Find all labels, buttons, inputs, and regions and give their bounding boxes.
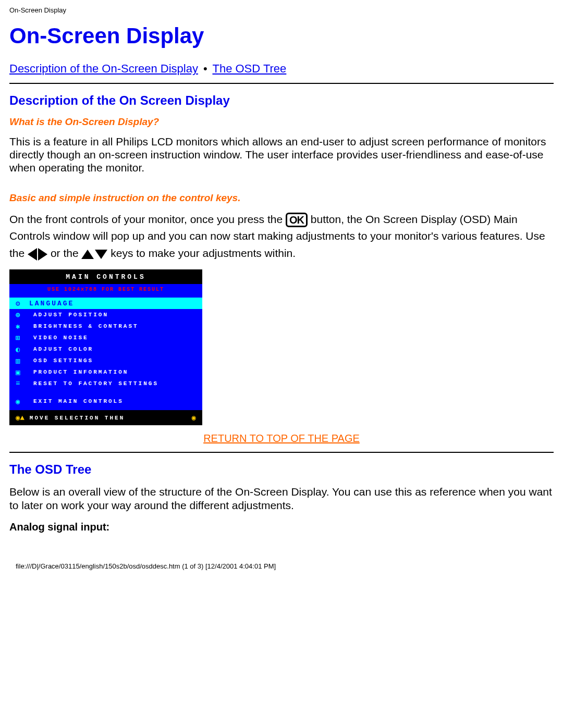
osd-panel: MAIN CONTROLS USE 1024x768 FOR BEST RESU…	[9, 269, 202, 425]
footer-move-icons: ◉▲	[16, 413, 25, 422]
osd-title: MAIN CONTROLS	[9, 269, 202, 284]
divider	[9, 452, 554, 453]
return-to-top: RETURN TO TOP OF THE PAGE	[9, 433, 554, 445]
arrow-up-icon	[81, 245, 94, 263]
footer-file-path: file:///D|/Grace/03115/english/150s2b/os…	[0, 557, 563, 581]
osd-footer-text: MOVE SELECTION THEN	[25, 415, 192, 421]
para-what-is-osd: This is a feature in all Philips LCD mon…	[9, 135, 554, 175]
osd-item-label: RESET TO FACTORY SETTINGS	[26, 380, 158, 387]
osd-item-reset: ≡ RESET TO FACTORY SETTINGS	[9, 378, 202, 389]
osd-subtitle: USE 1024x768 FOR BEST RESULT	[9, 284, 202, 294]
link-osd-tree[interactable]: The OSD Tree	[212, 62, 286, 75]
osd-item-label: PRODUCT INFORMATION	[26, 369, 128, 375]
nav-links: Description of the On-Screen Display • T…	[9, 62, 554, 76]
exit-icon: ◉	[16, 397, 26, 406]
osd-item-osd-settings: ▥ OSD SETTINGS	[9, 355, 202, 366]
position-icon: ⊕	[16, 311, 26, 319]
footer-ok-icon: ◉	[192, 413, 196, 422]
reset-icon: ≡	[16, 379, 26, 388]
osd-item-product-info: ▣ PRODUCT INFORMATION	[9, 366, 202, 378]
subheading-what-is-osd: What is the On-Screen Display?	[9, 116, 554, 128]
brightness-icon: ✱	[16, 322, 26, 331]
text-fragment: On the front controls of your monitor, o…	[9, 213, 286, 225]
nav-separator: •	[201, 62, 210, 76]
main-content: On-Screen Display Description of the On-…	[0, 23, 563, 557]
info-icon: ▣	[16, 368, 26, 377]
osd-item-adjust-position: ⊕ ADJUST POSITION	[9, 309, 202, 320]
text-fragment: or the	[51, 247, 82, 259]
osd-item-label: ADJUST COLOR	[26, 346, 93, 352]
subheading-basic-instruction: Basic and simple instruction on the cont…	[9, 192, 554, 204]
color-icon: ◐	[16, 345, 26, 354]
osd-item-language: ⚙ LANGUAGE	[9, 298, 202, 309]
language-icon: ⚙	[16, 299, 26, 308]
osd-item-exit: ◉ EXIT MAIN CONTROLS	[9, 396, 202, 407]
divider	[9, 83, 554, 84]
osd-item-label: BRIGHTNESS & CONTRAST	[26, 323, 139, 329]
subheading-analog-input: Analog signal input:	[9, 521, 554, 533]
text-fragment: keys to make your adjustments within.	[111, 247, 296, 259]
osd-item-brightness: ✱ BRIGHTNESS & CONTRAST	[9, 320, 202, 332]
link-description[interactable]: Description of the On-Screen Display	[9, 62, 198, 75]
para-controls: On the front controls of your monitor, o…	[9, 211, 554, 263]
osd-item-adjust-color: ◐ ADJUST COLOR	[9, 343, 202, 355]
noise-icon: ⊞	[16, 334, 26, 342]
osd-footer: ◉▲ MOVE SELECTION THEN ◉	[9, 410, 202, 425]
ok-button-icon: OK	[286, 213, 308, 227]
osd-item-label: ADJUST POSITION	[26, 312, 108, 318]
arrow-down-icon	[95, 245, 107, 263]
section2-heading: The OSD Tree	[9, 462, 554, 477]
osd-item-label: LANGUAGE	[26, 300, 74, 307]
osd-item-video-noise: ⊞ VIDEO NOISE	[9, 332, 202, 343]
arrow-left-icon	[28, 245, 37, 263]
section1-heading: Description of the On Screen Display	[9, 93, 554, 108]
header-label: On-Screen Display	[0, 0, 563, 18]
osd-item-label: OSD SETTINGS	[26, 357, 93, 364]
para-osd-tree: Below is an overall view of the structur…	[9, 485, 554, 511]
page-title: On-Screen Display	[9, 23, 554, 48]
arrow-right-icon	[38, 245, 47, 263]
settings-icon: ▥	[16, 356, 26, 365]
osd-item-label: EXIT MAIN CONTROLS	[26, 398, 124, 404]
return-link[interactable]: RETURN TO TOP OF THE PAGE	[203, 433, 360, 444]
osd-item-label: VIDEO NOISE	[26, 335, 89, 341]
